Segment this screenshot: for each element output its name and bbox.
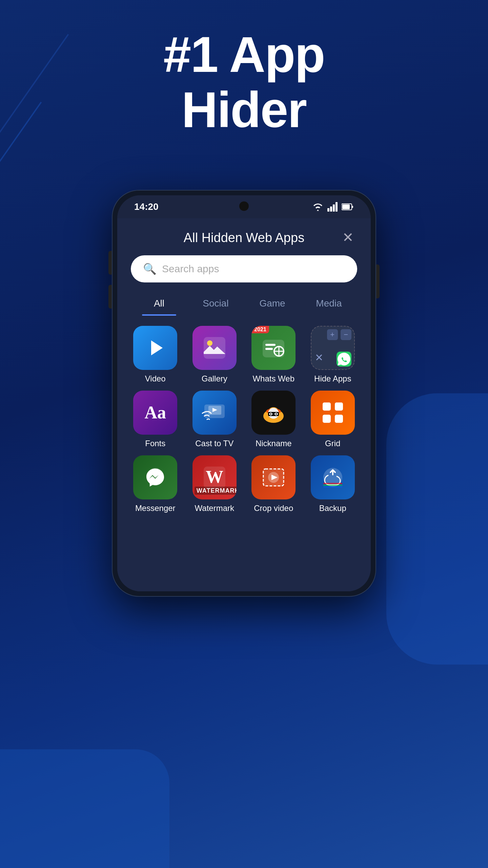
svg-point-27 [276,413,277,415]
app-icon-messenger [133,455,177,499]
bg-bottom-accent [0,749,169,868]
svg-marker-7 [151,340,163,355]
signal-icon [327,202,338,212]
app-icon-cropvideo [251,455,296,499]
hide-apps-controls: + − [327,329,351,340]
app-icon-casttv [192,391,237,435]
app-item-messenger[interactable]: Messenger [127,455,183,513]
app-label-grid: Grid [325,439,340,449]
dialog-header: All Hidden Web Apps ✕ [117,218,371,252]
app-icon-fonts: Aa [133,391,177,435]
status-icons [312,202,354,212]
bg-right-accent [386,393,488,665]
tab-social[interactable]: Social [187,293,244,316]
app-label-backup: Backup [319,504,346,513]
search-icon: 🔍 [143,262,157,275]
category-tabs: All Social Game Media [117,289,371,316]
svg-point-9 [207,340,212,346]
app-icon-whatsweb: 2021 [251,326,296,370]
apps-grid: Video Gallery [117,316,371,520]
app-content: All Hidden Web Apps ✕ 🔍 Search apps All … [117,218,371,591]
app-label-cropvideo: Crop video [254,504,293,513]
svg-rect-0 [327,208,329,212]
tab-media[interactable]: Media [301,293,357,316]
hidden-app-preview [337,352,351,367]
app-icon-nickname [251,391,296,435]
app-label-messenger: Messenger [135,504,176,513]
app-icon-watermark: W WATERMARK [192,455,237,499]
svg-rect-1 [330,206,332,212]
hide-apps-x-icon: ✕ [315,342,323,366]
battery-icon [342,203,354,211]
app-label-casttv: Cast to TV [195,439,233,449]
app-icon-gallery [192,326,237,370]
camera-notch [239,201,249,211]
svg-point-26 [270,413,271,415]
app-item-fonts[interactable]: Aa Fonts [127,391,183,449]
app-item-video[interactable]: Video [127,326,183,384]
svg-rect-30 [323,415,331,423]
svg-rect-6 [342,204,350,209]
app-item-hideapps[interactable]: + − ✕ [305,326,361,384]
app-item-nickname[interactable]: Nickname [246,391,302,449]
dialog-title: All Hidden Web Apps [184,231,304,245]
app-label-video: Video [145,374,166,384]
app-icon-video [133,326,177,370]
search-placeholder-text: Search apps [162,263,219,275]
app-icon-grid [311,391,355,435]
app-label-nickname: Nickname [256,439,292,449]
app-label-fonts: Fonts [145,439,165,449]
app-label-whatsweb: Whats Web [252,374,294,384]
wifi-icon [312,202,324,212]
app-label-gallery: Gallery [202,374,227,384]
app-icon-backup [311,455,355,499]
app-label-hideapps: Hide Apps [314,374,351,384]
close-button[interactable]: ✕ [342,231,354,244]
minus-icon: − [341,329,351,340]
page-title: #1 App Hider [0,27,488,138]
status-time: 14:20 [134,201,159,212]
tab-game[interactable]: Game [244,293,301,316]
plus-icon: + [327,329,338,340]
app-item-whatsweb[interactable]: 2021 Whats Web [246,326,302,384]
app-item-watermark[interactable]: W WATERMARK Watermark [187,455,243,513]
app-item-cropvideo[interactable]: Crop video [246,455,302,513]
search-bar[interactable]: 🔍 Search apps [131,255,357,282]
app-item-casttv[interactable]: Cast to TV [187,391,243,449]
svg-rect-28 [323,402,331,411]
svg-rect-3 [336,202,338,212]
svg-rect-2 [333,204,335,212]
tab-all[interactable]: All [131,293,187,316]
svg-rect-12 [265,348,273,350]
svg-rect-31 [335,415,343,423]
app-item-grid[interactable]: Grid [305,391,361,449]
svg-rect-11 [265,344,276,346]
svg-rect-8 [204,337,225,359]
app-item-gallery[interactable]: Gallery [187,326,243,384]
svg-rect-29 [335,402,343,411]
app-icon-hideapps: + − ✕ [311,326,355,370]
svg-rect-5 [352,206,353,208]
app-label-watermark: Watermark [195,504,234,513]
phone-mockup: 14:20 [112,190,376,597]
app-item-backup[interactable]: Backup [305,455,361,513]
